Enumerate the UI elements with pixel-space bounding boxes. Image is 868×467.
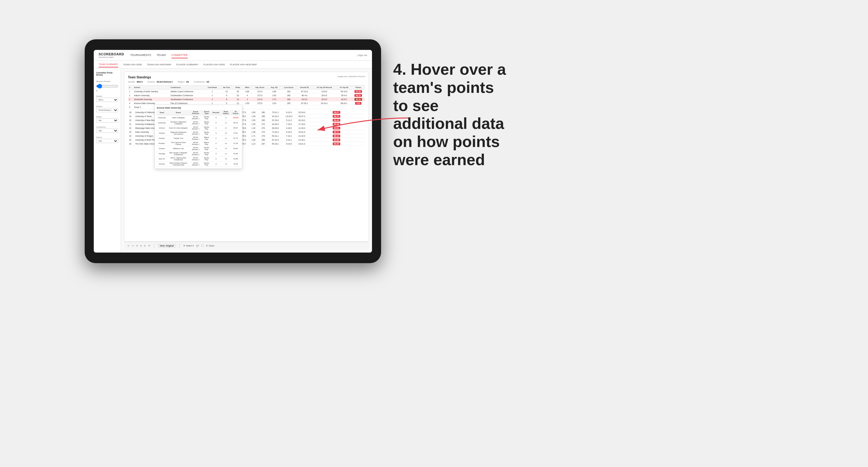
sidebar-gender: Gender Men's (96, 95, 118, 102)
tooltip-row: Univers Amer An Intercollegiate NCAA Div… (157, 126, 240, 131)
annotation-text: 4. Hover over ateam's pointsto seeadditi… (393, 61, 599, 169)
tooltip-row: Univers Copper Cup NCAA Division I Match… (157, 136, 240, 141)
points-value[interactable]: 97.02 (354, 90, 362, 93)
sub-nav: TEAM SUMMARY TEAM H2H GRID TEAM H2H HEAT… (94, 61, 372, 69)
points-value[interactable]: 93.31 (354, 94, 362, 97)
tooltip-overlay: Arizona State University Team Event Even… (155, 105, 242, 169)
tooltip-col-type: Event Type (202, 110, 211, 115)
report-top-row: Team Standings Update time: 13/03/2024 1… (128, 75, 365, 79)
col-vs-top-50: Vs Top 50 (337, 86, 352, 90)
report-title-area: Team Standings (128, 75, 151, 79)
undo-button[interactable]: ↩ (128, 245, 129, 247)
tooltip-row: East Te OFCC Fighting Illini Invitationa… (157, 156, 240, 161)
col-rnds: Rnds (233, 86, 243, 90)
min-rounds-slider[interactable] (96, 83, 118, 90)
col-school: School (133, 86, 169, 90)
fullscreen-button[interactable]: ⛶ (202, 245, 204, 247)
bottom-toolbar: ↩ ↪ ↺ ⎘ ⊙ ⏱ View: Original 👁 Watch ▾ 💬 ⛶… (124, 242, 369, 250)
tooltip-row: Georgia Ben Hogan Collegiate Invitationa… (157, 151, 240, 156)
division-filter: Division: NCAA Division I (148, 81, 173, 83)
tooltip-row: Univers 2023 Sahalee Players Championshi… (157, 161, 240, 167)
subnav-team-h2h-grid[interactable]: TEAM H2H GRID (123, 62, 142, 67)
col-avg-sg: Avg. SG (268, 86, 281, 90)
comment-button[interactable]: 💬 (196, 245, 199, 247)
tooltip-row: Florida I The Cypress Point Classic NCAA… (157, 141, 240, 146)
nav-tournaments[interactable]: TOURNAMENTS (130, 52, 151, 58)
sidebar-region: Region N/A (96, 116, 118, 123)
logo-sub: Powered by clippd (99, 56, 124, 58)
subnav-player-h2h-heatmap[interactable]: PLAYER H2H HEATMAP (230, 62, 257, 67)
points-value[interactable]: 88.14 (333, 134, 340, 137)
subnav-player-summary[interactable]: PLAYER SUMMARY (176, 62, 199, 67)
subnav-player-h2h-grid[interactable]: PLAYER H2H GRID (204, 62, 225, 67)
app-header: SCOREBOARD Powered by clippd TOURNAMENTS… (94, 50, 372, 61)
subnav-team-h2h-heatmap[interactable]: TEAM H2H HEATMAP (147, 62, 172, 67)
conference-filter: Conference: All (193, 81, 209, 83)
gender-select[interactable]: Men's (96, 98, 118, 102)
main-content: Committee Portal Review Minimum Rounds 0… (94, 69, 372, 253)
points-value[interactable]: 80.94 (333, 143, 340, 145)
tooltip-col-rounds: Rounds (211, 110, 220, 115)
refresh-button[interactable]: ↺ (136, 245, 138, 247)
subnav-team-summary[interactable]: TEAM SUMMARY (99, 62, 118, 67)
points-value[interactable]: 83.89 (333, 138, 340, 141)
tooltip-row: Univers National Invitational Tournament… (157, 131, 240, 136)
sidebar-division: Division NCAA Division I (96, 105, 118, 112)
toolbar-separator-2 (179, 244, 180, 248)
nav-committee[interactable]: COMMITTEE (172, 52, 188, 58)
conference-select[interactable]: (All) (96, 129, 118, 133)
logo-area: SCOREBOARD Powered by clippd (99, 52, 124, 58)
col-adj-score: Adj. Score (252, 86, 268, 90)
watch-button[interactable]: 👁 Watch ▾ (183, 245, 194, 247)
col-wins: Wins (243, 86, 252, 90)
sidebar: Committee Portal Review Minimum Rounds 0… (94, 69, 121, 253)
tooltip-header: Arizona State University (157, 107, 240, 109)
tooltip-table: Team Event Event Division Event Type Rou… (157, 110, 240, 167)
toolbar-separator (154, 244, 154, 248)
nav-links: TOURNAMENTS TEAMS COMMITTEE (130, 52, 357, 58)
col-no-tour: No Tour (220, 86, 233, 90)
report-title: Team Standings (128, 75, 151, 79)
tooltip-col-division: Event Division (190, 110, 202, 115)
sidebar-school: School (All) (96, 136, 118, 143)
share-button[interactable]: ⬆ Share (206, 245, 214, 247)
update-time: Update time: 13/03/2024 10:03:42 (338, 75, 365, 79)
col-vs-top-25: Vs Top 25 Record (312, 86, 337, 90)
tooltip-col-event: Event (167, 110, 189, 115)
view-button[interactable]: View: Original (158, 244, 176, 247)
filter-row: Gender: Men's Division: NCAA Division I … (128, 81, 365, 83)
settings-button[interactable]: ⊙ (144, 245, 146, 247)
timer-button[interactable]: ⏱ (148, 245, 150, 247)
col-conf-rank: Conf Rank (205, 86, 220, 90)
copy-button[interactable]: ⎘ (140, 245, 142, 247)
annotation-area: 4. Hover over ateam's pointsto seeadditi… (393, 61, 599, 169)
tooltip-row: University Cabo Collegiate NCAA Division… (157, 115, 240, 120)
col-conference: Conference (169, 86, 205, 90)
points-value-highlighted[interactable]: 90.32 (354, 98, 362, 101)
col-low-score: Low Score (281, 86, 297, 90)
tooltip-row: Univers Williams Cup NCAA Division I Str… (157, 146, 240, 151)
tooltip-col-points: W Points (231, 110, 240, 115)
col-overall-25: Overall 25 (297, 86, 312, 90)
nav-teams[interactable]: TEAMS (157, 52, 166, 58)
sidebar-title: Committee Portal Review (96, 72, 118, 77)
division-select[interactable]: NCAA Division I (96, 108, 118, 112)
sidebar-conference: Conference (All) (96, 126, 118, 133)
table-row: 1 University of North Carolina Atlantic … (128, 90, 365, 93)
sidebar-min-rounds: Minimum Rounds 0 (96, 81, 118, 92)
region-filter: Region: All (178, 81, 189, 83)
tablet-device: SCOREBOARD Powered by clippd TOURNAMENTS… (85, 39, 381, 263)
tooltip-row: University Southern Highlands Collegiate… (157, 120, 240, 126)
tooltip-col-rank-impact: Rank Impact (220, 110, 231, 115)
col-rank: # (128, 86, 133, 90)
school-select[interactable]: (All) (96, 139, 118, 143)
tooltip-col-team: Team (157, 110, 167, 115)
gender-filter: Gender: Men's (128, 81, 143, 83)
col-points: Points (351, 86, 365, 90)
logo-text: SCOREBOARD (99, 52, 124, 56)
redo-button[interactable]: ↪ (132, 245, 134, 247)
sign-out-link[interactable]: | Sign out (357, 54, 367, 57)
region-select[interactable]: N/A (96, 118, 118, 123)
tablet-screen: SCOREBOARD Powered by clippd TOURNAMENTS… (94, 50, 372, 253)
table-row: 2 Auburn University Southeastern Confere… (128, 93, 365, 97)
